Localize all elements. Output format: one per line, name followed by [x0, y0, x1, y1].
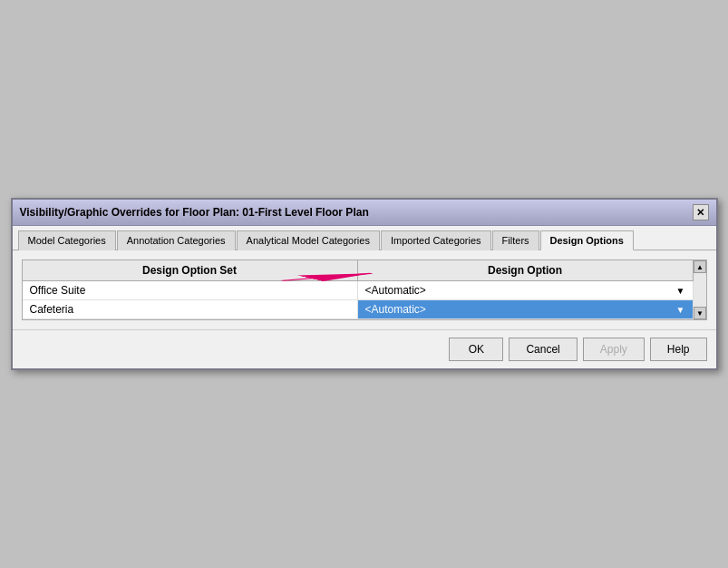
ok-button[interactable]: OK — [449, 338, 503, 361]
table-row: Office Suite <Automatic> ▼ — [23, 281, 694, 300]
table-row: Cafeteria <Automatic> ▼ — [23, 300, 694, 319]
tabs-container: Model Categories Annotation Categories A… — [13, 226, 716, 250]
tab-annotation-categories[interactable]: Annotation Categories — [117, 230, 236, 250]
tab-filters[interactable]: Filters — [492, 230, 539, 250]
table-header: Design Option Set Design Option — [23, 260, 694, 281]
help-button[interactable]: Help — [650, 338, 707, 361]
scroll-down-button[interactable]: ▼ — [694, 307, 706, 319]
dialog-footer: OK Cancel Apply Help — [13, 329, 716, 368]
close-button[interactable]: ✕ — [693, 204, 709, 220]
row-set-label: Office Suite — [23, 281, 358, 299]
tab-design-options[interactable]: Design Options — [540, 230, 634, 250]
row-option-cell[interactable]: <Automatic> ▼ — [358, 281, 694, 299]
table-body: Office Suite <Automatic> ▼ Cafeteria <Au… — [23, 281, 694, 319]
col-set-header: Design Option Set — [23, 260, 358, 280]
table-area: Design Option Set Design Option Office S… — [22, 260, 707, 320]
table-with-scrollbar: Design Option Set Design Option Office S… — [23, 260, 706, 319]
table-content: Design Option Set Design Option Office S… — [23, 260, 694, 319]
tab-analytical-model-categories[interactable]: Analytical Model Categories — [237, 230, 380, 250]
scrollbar-track[interactable] — [694, 273, 706, 307]
dialog-body: Design Option Set Design Option Office S… — [13, 250, 716, 329]
cancel-button[interactable]: Cancel — [509, 338, 577, 361]
dropdown-arrow-icon: ▼ — [676, 286, 685, 296]
apply-button[interactable]: Apply — [583, 338, 645, 361]
row-set-label: Cafeteria — [23, 300, 358, 318]
window-title: Visibility/Graphic Overrides for Floor P… — [20, 206, 369, 219]
col-option-header: Design Option — [358, 260, 694, 280]
scrollbar: ▲ ▼ — [694, 260, 706, 319]
dropdown-arrow-icon: ▼ — [676, 305, 685, 315]
row-option-cell-selected[interactable]: <Automatic> ▼ — [358, 300, 694, 318]
title-bar: Visibility/Graphic Overrides for Floor P… — [13, 200, 716, 226]
tab-model-categories[interactable]: Model Categories — [18, 230, 116, 250]
tab-imported-categories[interactable]: Imported Categories — [381, 230, 491, 250]
scroll-up-button[interactable]: ▲ — [694, 260, 706, 273]
main-dialog: Visibility/Graphic Overrides for Floor P… — [11, 198, 718, 370]
